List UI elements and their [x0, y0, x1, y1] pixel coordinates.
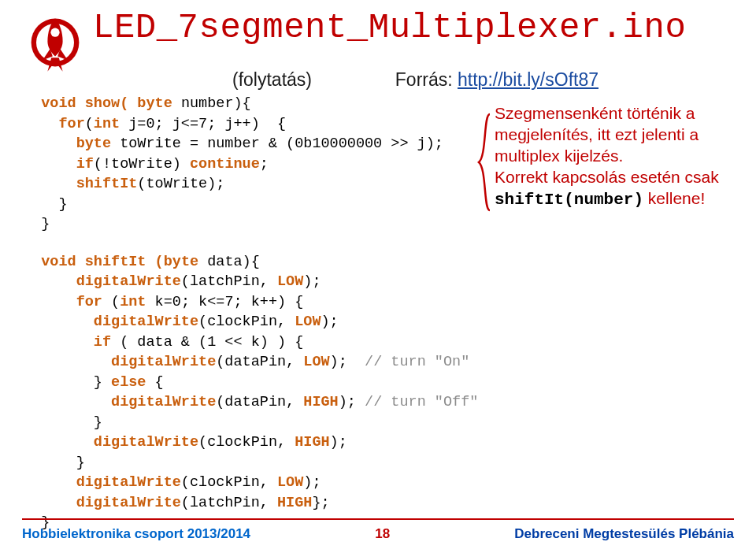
page-number: 18: [375, 526, 390, 542]
note-column: Szegmensenként történik a megjelenítés, …: [495, 94, 732, 533]
note-code-snippet: shiftIt(number): [495, 191, 643, 209]
content-area: void show( byte number){ for(int j=0; j<…: [24, 94, 732, 533]
rocket-logo-icon: [24, 11, 87, 74]
footer-right: Debreceni Megtestesülés Plébánia: [514, 526, 734, 542]
slide-title: LED_7segment_Multiplexer.ino: [93, 8, 686, 47]
subtitle-row: (folytatás) Forrás: http://bit.ly/sOft87: [232, 69, 598, 91]
slide: LED_7segment_Multiplexer.ino (folytatás)…: [0, 0, 756, 553]
source-label: Forrás: http://bit.ly/sOft87: [395, 69, 598, 91]
note-line-2b: kellene!: [643, 189, 705, 207]
footer-left: Hobbielektronika csoport 2013/2014: [22, 526, 250, 542]
bracket-icon: [476, 113, 491, 212]
svg-point-2: [50, 28, 59, 37]
header-row: LED_7segment_Multiplexer.ino: [24, 8, 732, 74]
source-link[interactable]: http://bit.ly/sOft87: [458, 69, 598, 90]
continuation-label: (folytatás): [232, 69, 312, 91]
code-block-shiftit: void shiftIt (byte data){ digitalWrite(l…: [24, 252, 495, 533]
footer-divider: [22, 518, 734, 520]
annotation-text: Szegmensenként történik a megjelenítés, …: [495, 103, 732, 210]
source-prefix: Forrás:: [395, 69, 458, 90]
code-column: void show( byte number){ for(int j=0; j<…: [24, 94, 495, 533]
footer: Hobbielektronika csoport 2013/2014 18 De…: [0, 526, 756, 542]
note-line-1: Szegmensenként történik a megjelenítés, …: [495, 104, 699, 165]
code-block-show: void show( byte number){ for(int j=0; j<…: [24, 94, 495, 235]
note-line-2a: Korrekt kapcsolás esetén csak: [495, 168, 719, 186]
